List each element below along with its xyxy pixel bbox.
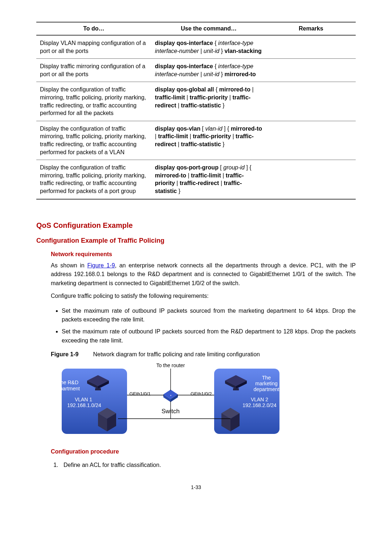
list-item: Define an ACL for traffic classification…: [60, 461, 356, 470]
svg-rect-9: [233, 388, 239, 390]
cell-remarks: [266, 35, 356, 59]
right-box-line3: department: [254, 386, 279, 392]
cell-remarks: [266, 160, 356, 199]
left-box-line3: VLAN 1: [75, 397, 92, 402]
table-row: Display the configuration of traffic mir…: [36, 82, 356, 121]
table-row: Display traffic mirroring configuration …: [36, 59, 356, 82]
left-box-line1: The R&D: [58, 379, 78, 385]
table-row: Display the configuration of traffic mir…: [36, 160, 356, 199]
network-diagram: The R&D department VLAN 1 192.168.1.0/24…: [58, 361, 283, 440]
left-box-line2: department: [58, 386, 80, 391]
svg-rect-5: [95, 388, 101, 390]
paragraph-configure: Configure traffic policing to satisfy th…: [51, 292, 356, 301]
list-item: Set the maximum rate of outbound IP pack…: [62, 307, 356, 325]
text-pre: As shown in: [51, 262, 87, 268]
to-router-label: To the router: [156, 362, 185, 368]
figure-label: Figure 1-9: [51, 351, 78, 357]
cell-desc: Display traffic mirroring configuration …: [36, 59, 151, 82]
cell-remarks: [266, 82, 356, 121]
heading-traffic-policing: Configuration Example of Traffic Policin…: [36, 237, 356, 245]
cell-desc: Display VLAN mapping configuration of a …: [36, 35, 151, 59]
col-header-todo: To do…: [36, 22, 151, 35]
cell-desc: Display the configuration of traffic mir…: [36, 82, 151, 121]
switch-icon: ✦: [163, 390, 178, 402]
right-box-line2: marketing: [255, 381, 277, 386]
paragraph-intro: As shown in Figure 1-9, an enterprise ne…: [51, 261, 356, 288]
command-table: To do… Use the command… Remarks Display …: [36, 22, 356, 200]
cell-cmd: display qos-interface { interface-type i…: [151, 59, 266, 82]
table-row: Display VLAN mapping configuration of a …: [36, 35, 356, 59]
cell-cmd: display qos-vlan [ vlan-id ] { mirrored-…: [151, 121, 266, 160]
right-box-line5: 192.168.2.0/24: [242, 402, 277, 408]
cell-desc: Display the configuration of traffic mir…: [36, 121, 151, 160]
port-left-label: GEth1/0/1: [129, 391, 151, 397]
right-box-line1: The: [262, 375, 271, 381]
figure-link[interactable]: Figure 1-9: [87, 262, 115, 268]
cell-remarks: [266, 121, 356, 160]
cell-cmd: display qos-interface { interface-type i…: [151, 35, 266, 59]
page-number: 1-33: [36, 484, 356, 490]
list-item: Set the maximum rate of outbound IP pack…: [62, 327, 356, 345]
heading-configuration-procedure: Configuration procedure: [51, 448, 356, 455]
table-row: Display the configuration of traffic mir…: [36, 121, 356, 160]
left-box-line4: 192.168.1.0/24: [67, 402, 101, 408]
figure-caption: Figure 1-9Network diagram for traffic po…: [51, 351, 356, 358]
heading-qos-example: QoS Configuration Example: [36, 221, 356, 230]
col-header-command: Use the command…: [151, 22, 266, 35]
cell-remarks: [266, 59, 356, 82]
cell-cmd: display qos-port-group [ group-id ] { mi…: [151, 160, 266, 199]
col-header-remarks: Remarks: [266, 22, 356, 35]
cell-cmd: display qos-global all { mirrored-to | t…: [151, 82, 266, 121]
requirements-list: Set the maximum rate of outbound IP pack…: [51, 307, 356, 345]
cell-desc: Display the configuration of traffic mir…: [36, 160, 151, 199]
port-right-label: GEth1/0/2: [191, 391, 212, 397]
heading-network-requirements: Network requirements: [51, 251, 356, 258]
svg-text:✦: ✦: [170, 394, 172, 397]
right-box-line4: VLAN 2: [251, 397, 268, 402]
steps-list: Define an ACL for traffic classification…: [51, 461, 356, 470]
figure-caption-text: Network diagram for traffic policing and…: [93, 351, 260, 357]
